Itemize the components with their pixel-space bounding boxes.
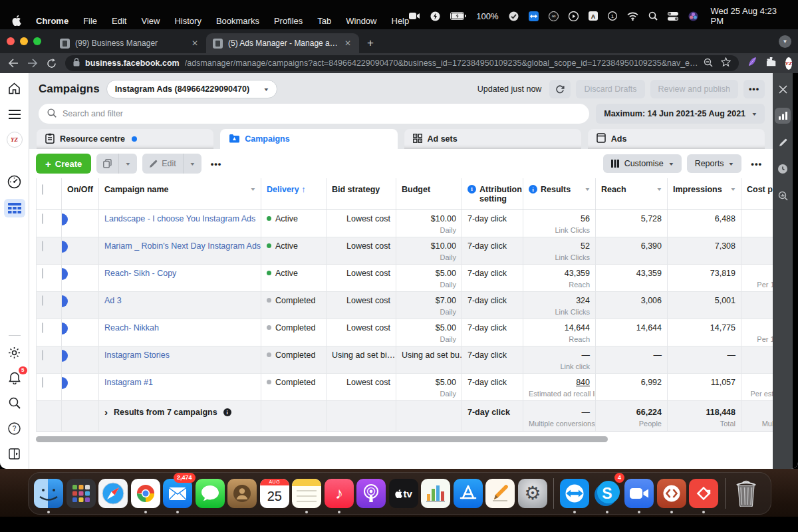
campaign-name-link[interactable]: Instagram Stories <box>104 350 170 360</box>
tab-ad-sets[interactable]: Ad sets <box>404 129 581 149</box>
history-icon[interactable] <box>775 161 791 177</box>
dock-launchpad-icon[interactable] <box>65 473 98 514</box>
campaign-name-link[interactable]: Mariam _ Robin's Next Day Instagram Ads <box>104 241 261 251</box>
menu-help[interactable]: Help <box>392 16 410 26</box>
window-controls[interactable] <box>7 37 41 45</box>
summary-row[interactable]: ›Results from 7 campaignsi7-day click—Mu… <box>37 401 773 431</box>
menu-tab[interactable]: Tab <box>317 16 331 26</box>
menu-window[interactable]: Window <box>346 16 376 26</box>
rail-search-icon[interactable] <box>6 394 23 412</box>
row-checkbox[interactable] <box>42 350 43 360</box>
zoom-out-icon[interactable] <box>704 58 713 69</box>
wifi-icon[interactable] <box>627 12 638 21</box>
menu-view[interactable]: View <box>141 16 160 26</box>
close-window-button[interactable] <box>7 37 15 45</box>
edit-columns-icon[interactable] <box>775 134 791 150</box>
horizontal-scrollbar[interactable] <box>36 436 759 442</box>
adobe-cc-icon[interactable]: ∞ <box>549 11 559 21</box>
camera-icon[interactable] <box>409 12 420 20</box>
table-row[interactable]: Instagram StoriesCompletedUsing ad set b… <box>37 346 773 374</box>
campaign-name-link[interactable]: Instagram #1 <box>104 378 153 387</box>
apple-icon[interactable] <box>12 15 21 26</box>
row-checkbox[interactable] <box>42 323 43 333</box>
table-row[interactable]: Mariam _ Robin's Next Day Instagram AdsA… <box>37 237 773 264</box>
search-input[interactable]: Search and filter <box>39 104 589 124</box>
dock-chrome-icon[interactable] <box>130 473 162 514</box>
dock-msrd-icon[interactable] <box>656 473 688 514</box>
table-row[interactable]: Instagram #1CompletedLowest cost$5.00Dai… <box>37 374 773 401</box>
browser-tab-1[interactable]: (5) Ads Manager - Manage ads✕ <box>206 33 359 53</box>
select-all-checkbox[interactable] <box>37 178 62 209</box>
create-button[interactable]: +Create <box>36 154 91 174</box>
refresh-button[interactable] <box>549 80 571 98</box>
zoom-window-button[interactable] <box>33 37 41 45</box>
reports-button[interactable]: Reports▼ <box>687 154 742 173</box>
menubar-clock[interactable]: Wed 25 Aug 4:23 PM <box>711 6 789 26</box>
bookmark-star-icon[interactable] <box>721 57 731 69</box>
review-and-publish-button[interactable]: Review and publish <box>650 80 738 98</box>
home-icon[interactable] <box>6 80 23 97</box>
campaigns-table-icon[interactable] <box>4 199 25 217</box>
discard-drafts-button[interactable]: Discard Drafts <box>576 80 644 98</box>
col-impressions[interactable]: Impressions▼ <box>668 178 741 209</box>
menu-icon[interactable] <box>6 106 23 123</box>
customise-button[interactable]: Customise▼ <box>603 154 682 173</box>
dock-appstore-icon[interactable] <box>452 473 485 514</box>
teamviewer-icon[interactable] <box>529 11 539 21</box>
play-icon[interactable] <box>569 11 579 21</box>
dock-syspref-icon[interactable]: ⚙ <box>517 473 549 514</box>
settings-icon[interactable] <box>6 344 23 361</box>
duplicate-icon[interactable] <box>96 154 118 174</box>
table-row[interactable]: Landscape - I choose You Instagram AdsAc… <box>37 209 773 237</box>
duplicate-split-button[interactable]: ▼ <box>96 154 137 174</box>
extensions-puzzle-icon[interactable] <box>766 57 777 70</box>
dock-mail-icon[interactable]: 2,474 <box>162 473 194 514</box>
col-cost-per[interactable]: Cost per <box>741 178 773 209</box>
dock-contacts-icon[interactable] <box>226 473 259 514</box>
col-campaign-name[interactable]: Campaign name▼ <box>99 178 261 209</box>
tab-close-icon[interactable]: ✕ <box>190 39 200 48</box>
col-attribution[interactable]: iAttribution setting <box>462 178 523 209</box>
campaign-name-link[interactable]: Reach- Sikh - Copy <box>104 269 176 278</box>
dock-podcasts-icon[interactable] <box>355 473 388 514</box>
menu-chrome[interactable]: Chrome <box>36 16 68 26</box>
account-overview-icon[interactable] <box>6 173 23 190</box>
battery-icon[interactable] <box>450 12 466 20</box>
menu-profiles[interactable]: Profiles <box>274 16 303 26</box>
col-bid-strategy[interactable]: Bid strategy <box>327 178 396 209</box>
pages-icon[interactable] <box>6 445 23 462</box>
row-checkbox[interactable] <box>42 377 43 388</box>
col-results[interactable]: iResults▼ <box>523 178 596 209</box>
address-bar[interactable]: business.facebook.com /adsmanager/manage… <box>65 55 739 71</box>
dock-finder-icon[interactable] <box>33 473 65 514</box>
menu-edit[interactable]: Edit <box>112 16 126 26</box>
help-icon[interactable]: ? <box>6 420 23 437</box>
reports-more-button[interactable]: ••• <box>747 159 766 169</box>
new-tab-button[interactable]: + <box>367 37 374 50</box>
col-reach[interactable]: Reach▼ <box>596 178 668 209</box>
row-checkbox[interactable] <box>42 213 43 224</box>
campaign-name-link[interactable]: Landscape - I choose You Instagram Ads <box>104 214 255 223</box>
business-avatar[interactable]: YZ <box>7 132 23 148</box>
expand-chevron-icon[interactable]: › <box>104 409 108 416</box>
dock-safari-icon[interactable] <box>97 473 130 514</box>
browser-profile-avatar[interactable]: YZ <box>785 57 792 70</box>
search-icon[interactable] <box>648 11 658 21</box>
duplicate-caret[interactable]: ▼ <box>118 154 137 174</box>
extension-feather-icon[interactable] <box>747 57 757 70</box>
tab-close-icon[interactable]: ✕ <box>343 39 352 48</box>
flash-icon[interactable] <box>430 11 440 21</box>
dock-trash-icon[interactable] <box>730 473 763 514</box>
header-more-button[interactable]: ••• <box>743 80 765 98</box>
dock-teamviewer-icon[interactable] <box>559 473 591 514</box>
dock-calendar-icon[interactable]: AUG25 <box>259 473 291 514</box>
row-checkbox[interactable] <box>42 268 43 279</box>
forward-icon[interactable] <box>27 59 38 68</box>
table-row[interactable]: Reach- Sikh - CopyActiveLowest cost$5.00… <box>37 264 773 291</box>
table-row[interactable]: Reach- NikkahCompletedLowest cost$5.00Da… <box>37 319 773 346</box>
date-range-selector[interactable]: Maximum: 14 Jun 2021-25 Aug 2021 ▼ <box>596 104 765 124</box>
account-selector[interactable]: Instagram Ads (849664229090470) ▼ <box>106 80 277 98</box>
menu-history[interactable]: History <box>174 16 201 26</box>
row-checkbox[interactable] <box>42 241 43 251</box>
reload-icon[interactable] <box>47 59 57 68</box>
